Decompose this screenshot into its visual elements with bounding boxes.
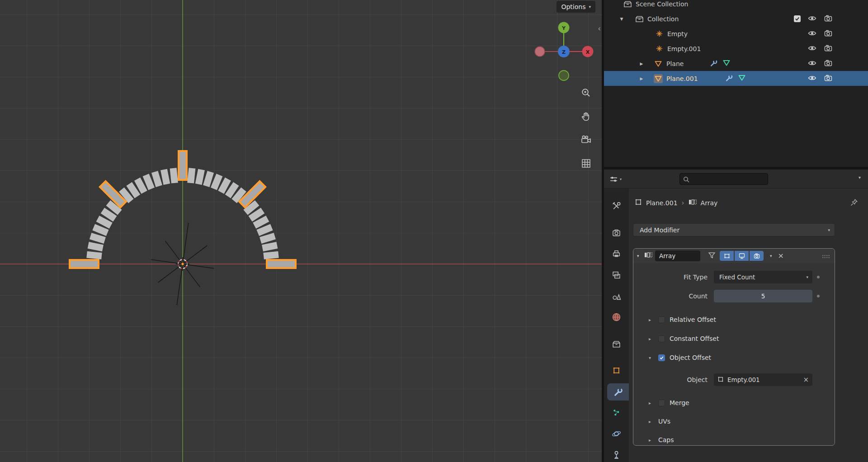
outliner-row-collection[interactable]: ▼ Collection bbox=[604, 11, 868, 26]
animate-property-dot[interactable] bbox=[817, 276, 820, 278]
tab-world[interactable] bbox=[604, 308, 629, 326]
disable-render-camera-icon[interactable] bbox=[824, 44, 833, 53]
panel-drag-handle[interactable] bbox=[822, 252, 830, 260]
hide-viewport-eye-icon[interactable] bbox=[808, 60, 816, 68]
hide-viewport-eye-icon[interactable] bbox=[808, 45, 816, 53]
mesh-object-icon bbox=[654, 74, 663, 83]
disable-render-camera-icon[interactable] bbox=[824, 14, 833, 23]
navigation-gizmo[interactable]: Y X Z bbox=[530, 14, 598, 81]
collection-icon bbox=[635, 14, 644, 24]
pan-hand-icon[interactable] bbox=[580, 110, 592, 122]
merge-checkbox[interactable] bbox=[658, 400, 665, 406]
outliner-row-empty[interactable]: Empty bbox=[604, 26, 868, 41]
outliner-editor[interactable]: Scene Collection ▼ Collection bbox=[604, 0, 868, 167]
caps-section[interactable]: ▸ Caps bbox=[633, 434, 835, 446]
uvs-section[interactable]: ▸ UVs bbox=[633, 415, 835, 428]
tab-particles[interactable] bbox=[604, 403, 629, 421]
tab-collection[interactable] bbox=[604, 335, 629, 353]
section-chevron-icon[interactable]: ▸ bbox=[649, 401, 654, 405]
disable-render-camera-icon[interactable] bbox=[824, 59, 833, 68]
section-chevron-icon[interactable]: ▾ bbox=[649, 355, 654, 360]
edit-mode-toggle-icon[interactable] bbox=[720, 251, 734, 261]
header-options-chevron-icon[interactable]: ▾ bbox=[859, 175, 861, 180]
3d-viewport[interactable]: Options ▾ Y X Z bbox=[0, 0, 602, 462]
relative-offset-section[interactable]: ▸ Relative Offset bbox=[633, 313, 835, 326]
offset-object-field[interactable]: Empty.001 × bbox=[714, 373, 812, 386]
modifier-panel-header[interactable]: ▾ Array bbox=[633, 249, 835, 263]
grid-ortho-icon[interactable] bbox=[580, 157, 592, 169]
camera-view-icon[interactable] bbox=[580, 134, 592, 146]
disable-render-camera-icon[interactable] bbox=[824, 74, 833, 83]
object-origin-dot bbox=[181, 263, 184, 265]
gizmo-axis-y-positive[interactable]: Y bbox=[558, 22, 570, 33]
options-button[interactable]: Options ▾ bbox=[557, 1, 595, 13]
section-chevron-icon[interactable]: ▸ bbox=[649, 419, 654, 424]
object-offset-checkbox[interactable] bbox=[658, 354, 665, 361]
modifier-extras-chevron-icon[interactable]: ▾ bbox=[770, 254, 772, 258]
disable-render-camera-icon[interactable] bbox=[824, 29, 833, 38]
tab-constraints[interactable] bbox=[604, 446, 629, 462]
animate-property-dot[interactable] bbox=[817, 295, 820, 297]
realtime-display-toggle-icon[interactable] bbox=[735, 251, 749, 261]
gizmo-axis-x-negative[interactable] bbox=[535, 47, 545, 57]
search-input[interactable] bbox=[692, 174, 766, 184]
tab-physics[interactable] bbox=[604, 424, 629, 443]
render-display-toggle-icon[interactable] bbox=[750, 251, 764, 261]
editor-type-button[interactable]: ▾ bbox=[609, 173, 622, 185]
breadcrumb-modifier[interactable]: Array bbox=[701, 199, 718, 207]
disclosure-triangle-icon[interactable]: ▼ bbox=[618, 17, 625, 21]
count-field[interactable]: 5 bbox=[714, 290, 812, 302]
merge-section[interactable]: ▸ Merge bbox=[633, 396, 835, 409]
exclude-checkbox[interactable] bbox=[794, 15, 801, 22]
panel-expand-icon[interactable]: ▾ bbox=[637, 254, 644, 258]
count-label: Count bbox=[633, 292, 714, 300]
properties-editor: ▾ ▾ bbox=[604, 170, 868, 462]
outliner-row-plane-001[interactable]: ▶ Plane.001 bbox=[604, 71, 868, 86]
svg-text:Z: Z bbox=[562, 49, 566, 55]
properties-content: Plane.001 › Array bbox=[629, 189, 868, 462]
object-label: Object bbox=[633, 376, 714, 383]
tab-modifiers[interactable] bbox=[607, 383, 629, 401]
tab-object[interactable] bbox=[604, 361, 629, 379]
fit-type-label: Fit Type bbox=[633, 273, 714, 281]
gizmo-axis-y-negative[interactable] bbox=[559, 71, 569, 80]
remove-modifier-icon[interactable]: × bbox=[778, 252, 784, 259]
outliner-row-scene-collection[interactable]: Scene Collection bbox=[604, 0, 868, 11]
disclosure-triangle-icon[interactable]: ▶ bbox=[638, 61, 645, 66]
breadcrumb-object[interactable]: Plane.001 bbox=[646, 199, 678, 207]
section-chevron-icon[interactable]: ▸ bbox=[649, 317, 654, 322]
outliner-row-empty-001[interactable]: Empty.001 bbox=[604, 41, 868, 56]
clear-object-icon[interactable]: × bbox=[803, 377, 809, 383]
constant-offset-checkbox[interactable] bbox=[658, 335, 665, 342]
tab-render[interactable] bbox=[604, 224, 629, 242]
on-cage-toggle-icon[interactable] bbox=[708, 251, 716, 261]
section-chevron-icon[interactable]: ▸ bbox=[649, 438, 654, 443]
modifier-name-field[interactable]: Array bbox=[655, 250, 700, 261]
gizmo-axis-z[interactable]: Z bbox=[558, 46, 570, 57]
constant-offset-section[interactable]: ▸ Constant Offset bbox=[633, 332, 835, 345]
properties-search[interactable] bbox=[679, 173, 768, 185]
relative-offset-checkbox[interactable] bbox=[658, 316, 665, 323]
wrench-icon bbox=[613, 387, 623, 397]
disclosure-triangle-icon[interactable]: ▶ bbox=[638, 76, 645, 81]
add-modifier-button[interactable]: Add Modifier ▾ bbox=[633, 223, 835, 236]
object-offset-section[interactable]: ▾ Object Offset bbox=[633, 351, 835, 364]
chevron-down-icon: ▾ bbox=[589, 5, 591, 9]
tab-scene[interactable] bbox=[604, 287, 629, 305]
gizmo-axis-x-positive[interactable]: X bbox=[582, 46, 594, 57]
tab-view-layer[interactable] bbox=[604, 266, 629, 284]
hide-viewport-eye-icon[interactable] bbox=[808, 15, 816, 23]
chevron-down-icon: ▾ bbox=[828, 228, 830, 232]
tab-tool[interactable] bbox=[604, 197, 629, 215]
tab-output[interactable] bbox=[604, 245, 629, 263]
svg-text:Y: Y bbox=[561, 25, 566, 31]
fit-type-dropdown[interactable]: Fixed Count ▾ bbox=[714, 271, 812, 283]
section-chevron-icon[interactable]: ▸ bbox=[649, 336, 654, 341]
breadcrumb-separator-icon: › bbox=[682, 199, 684, 207]
pin-icon[interactable] bbox=[850, 198, 858, 208]
zoom-icon[interactable] bbox=[580, 87, 592, 99]
hide-viewport-eye-icon[interactable] bbox=[808, 75, 816, 83]
hide-viewport-eye-icon[interactable] bbox=[808, 30, 816, 38]
outliner-row-plane[interactable]: ▶ Plane bbox=[604, 56, 868, 71]
region-collapse-icon[interactable]: ‹ bbox=[598, 25, 601, 33]
